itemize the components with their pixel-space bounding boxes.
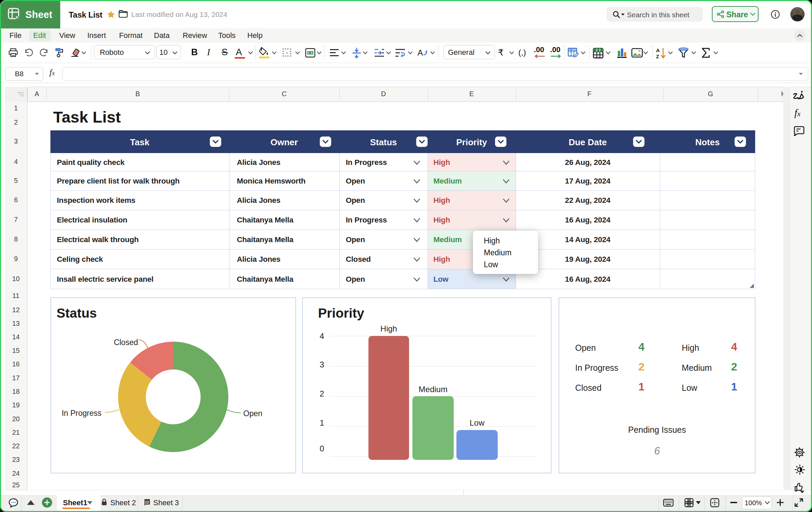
svg-text:Z: Z xyxy=(656,54,659,59)
svg-text:A: A xyxy=(656,47,660,53)
svg-text:A: A xyxy=(418,48,423,57)
svg-text:12: 12 xyxy=(145,500,149,504)
